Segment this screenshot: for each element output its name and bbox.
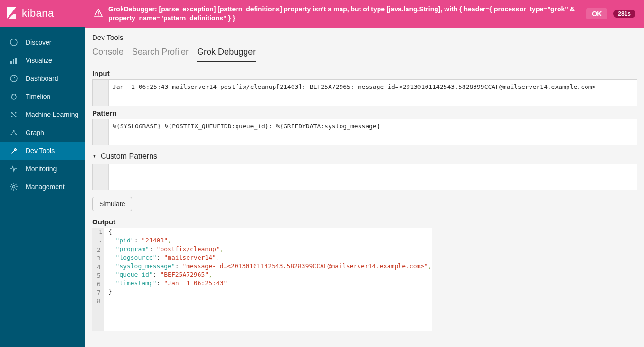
graph-icon — [9, 128, 18, 137]
svg-rect-2 — [13, 59, 14, 64]
heartbeat-icon — [9, 164, 18, 173]
svg-line-20 — [11, 184, 12, 185]
sidebar-item-label: Visualize — [26, 57, 52, 64]
warning-icon — [94, 9, 103, 19]
editor-gutter — [93, 119, 109, 145]
sidebar-item-label: Management — [26, 183, 65, 191]
pattern-editor[interactable]: %{SYSLOGBASE} %{POSTFIX_QUEUEIDD:queue_i… — [92, 119, 637, 145]
sidebar-item-label: Discover — [26, 39, 51, 46]
gear-icon — [9, 183, 18, 191]
svg-rect-1 — [10, 61, 12, 64]
custom-code[interactable] — [109, 164, 637, 190]
tab-search-profiler[interactable]: Search Profiler — [132, 47, 189, 62]
input-code[interactable]: Jan 1 06:25:43 mailserver14 postfix/clea… — [109, 80, 637, 106]
output-gutter: 1 ▾2345678 — [92, 228, 104, 331]
tab-grok-debugger[interactable]: Grok Debugger — [197, 47, 256, 62]
custom-patterns-label: Custom Patterns — [101, 152, 157, 161]
sidebar-item-visualize[interactable]: Visualize — [0, 51, 85, 69]
svg-line-21 — [16, 189, 17, 190]
wrench-icon — [9, 146, 18, 155]
editor-gutter — [93, 164, 109, 190]
sidebar-item-label: Dev Tools — [26, 147, 55, 154]
sidebar-item-label: Dashboard — [26, 75, 58, 82]
sidebar-item-label: Monitoring — [26, 165, 57, 173]
editor-gutter — [93, 80, 109, 106]
sidebar-item-discover[interactable]: Discover — [0, 33, 85, 51]
sidebar: kibana Discover Visualize Dashboard Time… — [0, 0, 85, 347]
tab-console[interactable]: Console — [92, 47, 123, 62]
gauge-icon — [9, 74, 18, 83]
custom-patterns-accordion[interactable]: ▼ Custom Patterns — [92, 152, 637, 161]
toast-message: GrokDebugger: [parse_exception] [pattern… — [108, 5, 580, 23]
main: GrokDebugger: [parse_exception] [pattern… — [85, 0, 644, 347]
sidebar-item-machine-learning[interactable]: Machine Learning — [0, 106, 85, 124]
grok-content: Input Jan 1 06:25:43 mailserver14 postfi… — [85, 62, 644, 341]
svg-point-15 — [13, 186, 15, 188]
output-editor: 1 ▾2345678 { "pid": "21403", "program": … — [92, 228, 410, 331]
sidebar-item-monitoring[interactable]: Monitoring — [0, 160, 85, 178]
svg-point-5 — [11, 95, 16, 99]
toast-timer-badge: 281s — [613, 10, 635, 18]
svg-rect-3 — [15, 58, 17, 64]
bar-chart-icon — [9, 56, 18, 65]
error-toast: GrokDebugger: [parse_exception] [pattern… — [85, 0, 644, 28]
nav: Discover Visualize Dashboard Timelion Ma… — [0, 27, 85, 196]
svg-line-23 — [16, 184, 17, 185]
compass-icon — [9, 38, 18, 47]
brand-name: kibana — [22, 7, 54, 19]
kibana-logo-icon — [7, 7, 17, 19]
svg-point-0 — [10, 39, 17, 46]
breadcrumb: Dev Tools — [85, 28, 644, 47]
sidebar-item-timelion[interactable]: Timelion — [0, 87, 85, 106]
sidebar-item-dev-tools[interactable]: Dev Tools — [0, 142, 85, 160]
input-editor[interactable]: Jan 1 06:25:43 mailserver14 postfix/clea… — [92, 79, 637, 106]
sidebar-item-label: Timelion — [26, 93, 50, 100]
svg-point-7 — [15, 94, 16, 95]
caret-down-icon: ▼ — [92, 154, 97, 159]
input-label: Input — [92, 69, 637, 77]
toast-ok-button[interactable]: OK — [586, 8, 607, 19]
sidebar-item-label: Graph — [26, 129, 44, 136]
pattern-label: Pattern — [92, 109, 637, 117]
svg-point-25 — [98, 14, 99, 15]
tabs: Console Search Profiler Grok Debugger — [85, 47, 644, 62]
custom-patterns-editor[interactable] — [92, 164, 637, 190]
output-label: Output — [92, 218, 637, 226]
svg-point-6 — [12, 94, 13, 95]
svg-line-22 — [11, 189, 12, 190]
app-root: kibana Discover Visualize Dashboard Time… — [0, 0, 644, 347]
sidebar-item-graph[interactable]: Graph — [0, 124, 85, 142]
ml-icon — [9, 110, 18, 119]
sidebar-item-management[interactable]: Management — [0, 178, 85, 196]
pattern-code[interactable]: %{SYSLOGBASE} %{POSTFIX_QUEUEIDD:queue_i… — [109, 119, 637, 145]
simulate-button[interactable]: Simulate — [92, 197, 132, 211]
lion-icon — [9, 92, 18, 101]
sidebar-item-dashboard[interactable]: Dashboard — [0, 69, 85, 87]
sidebar-item-label: Machine Learning — [26, 111, 78, 118]
brand[interactable]: kibana — [0, 0, 85, 27]
output-code: { "pid": "21403", "program": "postfix/cl… — [104, 228, 432, 331]
